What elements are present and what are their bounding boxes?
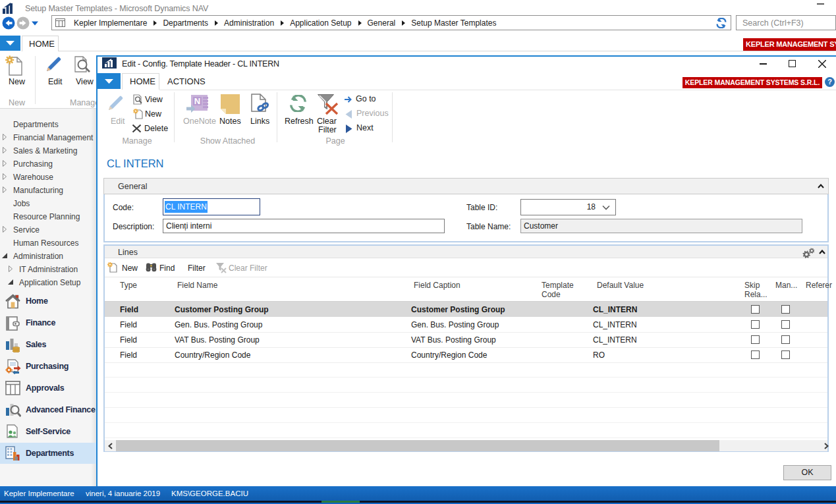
svg-text:N: N xyxy=(194,96,200,106)
